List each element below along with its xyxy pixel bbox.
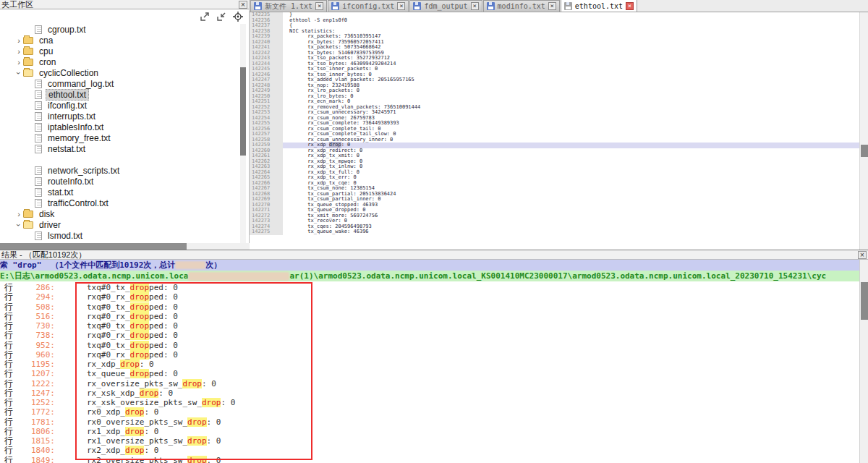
row-line-number: 508: <box>14 302 55 312</box>
search-result-row[interactable]: 行1781:rx0_oversize_pkts_sw_drop: 0 <box>0 417 859 427</box>
search-result-row[interactable]: 行960:rxq#0_rx_dropped: 0 <box>0 350 859 360</box>
tree-item-cycliccollection[interactable]: ›cyclicCollection <box>0 67 240 78</box>
results-close-button[interactable]: × <box>858 251 867 259</box>
search-result-row[interactable]: 行730:txq#0_tx_dropped: 0 <box>0 321 859 331</box>
save-state-icon <box>254 2 262 10</box>
chevron-down-icon[interactable]: › <box>14 221 23 229</box>
tree-item-ifconfig-txt[interactable]: ifconfig.txt <box>0 100 240 111</box>
scrollbar-thumb[interactable] <box>861 145 868 157</box>
row-match-text: rxq#0_rx_dropped: 0 <box>87 331 178 340</box>
tree-item-label: ethtool.txt <box>46 89 89 101</box>
search-result-row[interactable]: 行508:txq#0_tx_dropped: 0 <box>0 302 859 312</box>
line-text: { <box>283 23 868 29</box>
tree-item-memory-free-txt[interactable]: memory_free.txt <box>0 132 240 143</box>
tree-item-driver[interactable]: ›driver <box>0 219 240 230</box>
tree-item-label: disk <box>37 209 56 219</box>
tree-item-interrupts-txt[interactable]: interrupts.txt <box>0 111 240 122</box>
editor-line[interactable]: 142236ethtool -S enp1s0f0 <box>250 18 868 24</box>
results-vertical-scrollbar[interactable] <box>859 260 868 463</box>
chevron-right-icon[interactable]: › <box>14 47 23 56</box>
matched-keyword: drop <box>125 407 145 417</box>
tree-item-netstat-txt[interactable]: netstat.txt <box>0 143 240 154</box>
collapse-all-icon[interactable] <box>216 12 227 22</box>
workspace-horizontal-scrollbar[interactable] <box>0 243 250 250</box>
tree-item-trafficcontrol-txt[interactable]: trafficControl.txt <box>0 197 240 208</box>
tab-close-icon[interactable]: × <box>397 2 405 10</box>
tree-item-cna[interactable]: ›cna <box>0 35 240 46</box>
tab-close-icon[interactable]: × <box>315 2 323 10</box>
workspace-close-button[interactable]: × <box>239 1 247 9</box>
tree-item-command-log-txt[interactable]: command_log.txt <box>0 78 240 89</box>
search-result-row[interactable]: 行1815:rx1_oversize_pkts_sw_drop: 0 <box>0 436 859 446</box>
line-text: tx_nop: 232419588 <box>283 83 868 89</box>
line-text: tx_queue_stopped: 46393 <box>283 203 868 208</box>
tab-ifconfig-txt[interactable]: ifconfig.txt× <box>328 0 409 12</box>
search-result-row[interactable]: 行952:txq#0_tx_dropped: 0 <box>0 341 859 350</box>
search-result-row[interactable]: 行1806:rx1_xdp_drop: 0 <box>0 427 859 436</box>
chevron-down-icon[interactable]: › <box>14 69 23 77</box>
editor-body[interactable]: 142235}142236ethtool -S enp1s0f0142237{1… <box>250 12 868 250</box>
search-result-row[interactable]: 行1849:rx2_oversize_pkts_sw_drop: 0 <box>0 456 859 463</box>
chevron-right-icon[interactable]: › <box>14 36 23 45</box>
editor-line[interactable]: 142237{ <box>250 23 868 29</box>
search-result-row[interactable]: 行1252:rx_xsk_oversize_pkts_sw_drop: 0 <box>0 398 859 407</box>
row-line-number: 294: <box>14 292 55 302</box>
tree-item-cgroup-txt[interactable]: cgroup.txt <box>0 24 240 35</box>
search-result-row[interactable]: 行1195:rx_xdp_drop: 0 <box>0 360 859 369</box>
workspace-file-tree: cgroup.txt›cna›cpu›cron›cyclicCollection… <box>0 24 240 243</box>
search-result-row[interactable]: 行286:txq#0_tx_dropped: 0 <box>0 283 859 292</box>
results-summary-line[interactable]: 索 "drop" （1个文件中匹配到10192次，总计 次） <box>0 260 868 271</box>
row-match-text: rx1_xdp_drop: 0 <box>87 427 158 436</box>
tab-modinfo-txt[interactable]: modinfo.txt× <box>483 0 560 12</box>
search-result-row[interactable]: 行1222:rx_oversize_pkts_sw_drop: 0 <box>0 379 859 388</box>
top-split: 夹工作区 × cgroup.txt›cna›cpu›cron›cyclicCol… <box>0 0 868 250</box>
tree-item-ethtool-txt[interactable]: ethtool.txt <box>0 89 240 100</box>
tree-item-network-scripts-txt[interactable]: network_scripts.txt <box>0 165 240 176</box>
chevron-right-icon[interactable]: › <box>14 58 23 67</box>
scrollbar-thumb[interactable] <box>240 67 246 156</box>
locate-file-icon[interactable] <box>233 12 243 22</box>
workspace-title: 夹工作区 <box>1 0 239 9</box>
tab-close-icon[interactable]: × <box>471 2 479 10</box>
file-icon <box>35 101 42 110</box>
editor-text-area[interactable]: 142235}142236ethtool -S enp1s0f0142237{1… <box>250 12 868 235</box>
search-result-row[interactable]: 行1207:tx_queue_dropped: 0 <box>0 369 859 378</box>
search-result-row[interactable]: 行1840:rx2_xdp_drop: 0 <box>0 446 859 455</box>
tree-item-lsmod-txt[interactable]: lsmod.txt <box>0 230 240 241</box>
editor-line[interactable]: 142275 tx_queue_wake: 46396 <box>250 229 868 235</box>
tree-item-cpu[interactable]: ›cpu <box>0 46 240 56</box>
results-file-path-line[interactable]: E:\日志\armod0523.odata.ncmp.unicom.loca a… <box>0 271 868 281</box>
scrollbar-thumb[interactable] <box>0 243 187 250</box>
search-result-row[interactable]: 行738:rxq#0_rx_dropped: 0 <box>0 331 859 340</box>
file-icon <box>35 166 42 175</box>
line-text: rx_xdp_drop: 0 <box>283 143 868 148</box>
tree-item-cron[interactable]: ›cron <box>0 56 240 67</box>
row-line-number: 952: <box>14 341 55 350</box>
tree-item-label: cyclicCollection <box>37 68 101 78</box>
search-result-row[interactable]: 行516:rxq#0_rx_dropped: 0 <box>0 312 859 321</box>
tree-item-stat-txt[interactable]: stat.txt <box>0 187 240 197</box>
tab-label: ifconfig.txt <box>342 2 394 10</box>
tab-close-icon[interactable]: × <box>626 2 634 10</box>
tree-item-disk[interactable]: ›disk <box>0 208 240 219</box>
tab-label: modinfo.txt <box>498 2 545 10</box>
chevron-right-icon[interactable]: › <box>14 210 23 218</box>
tab--1-txt[interactable]: 新文件 1.txt× <box>250 0 327 12</box>
tab-fdm-output[interactable]: fdm_output× <box>409 0 482 12</box>
tab-ethtool-txt[interactable]: ethtool.txt× <box>561 0 637 12</box>
line-text: } <box>283 12 868 18</box>
tree-item-iptablesinfo-txt[interactable]: iptablesInfo.txt <box>0 122 240 132</box>
search-result-row[interactable]: 行1247:rx_xsk_xdp_drop: 0 <box>0 388 859 398</box>
tree-item-routeinfo-txt[interactable]: routeInfo.txt <box>0 176 240 187</box>
expand-all-icon[interactable] <box>200 12 210 22</box>
row-line-number: 1806: <box>14 427 55 436</box>
editor-vertical-scrollbar[interactable] <box>859 12 868 250</box>
tab-close-icon[interactable]: × <box>548 2 556 10</box>
search-result-row[interactable]: 行294:rxq#0_rx_dropped: 0 <box>0 292 859 302</box>
workspace-vertical-scrollbar[interactable] <box>240 24 246 243</box>
results-titlebar: 结果 - （匹配10192次） × <box>0 250 868 260</box>
row-line-number: 1247: <box>14 388 55 398</box>
search-result-row[interactable]: 行1772:rx0_xdp_drop: 0 <box>0 407 859 417</box>
scrollbar-thumb[interactable] <box>861 282 868 320</box>
results-path-suffix: ar(1)\armod0523.odata.ncmp.unicom.local_… <box>289 271 826 281</box>
